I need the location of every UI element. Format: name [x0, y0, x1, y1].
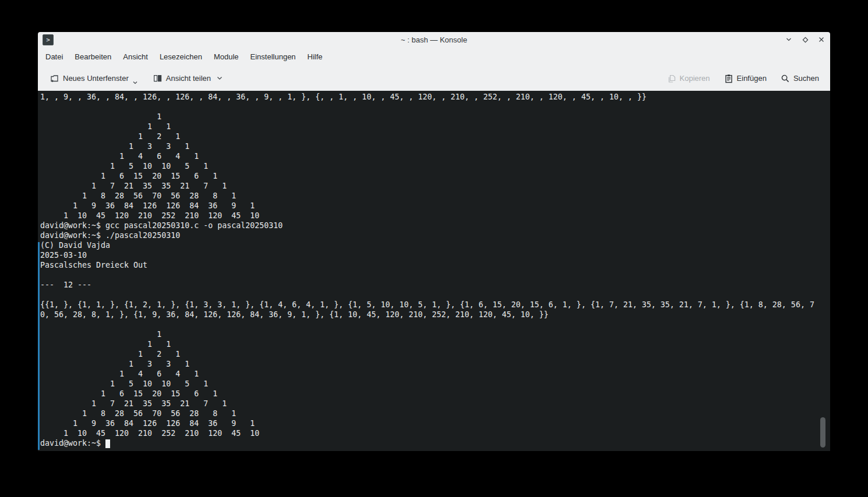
- paste-label: Einfügen: [737, 74, 767, 83]
- new-tab-label: Neues Unterfenster: [63, 74, 129, 83]
- terminal-line: 1 10 45 120 210 252 210 120 45 10: [40, 211, 830, 221]
- split-view-label: Ansicht teilen: [166, 74, 211, 83]
- scrollbar-thumb[interactable]: [820, 417, 825, 448]
- chevron-down-icon: [217, 76, 223, 80]
- menu-ansicht[interactable]: Ansicht: [117, 50, 154, 63]
- terminal-line: david@work:~$ ./pascal20250310: [40, 230, 830, 240]
- terminal-line: 1 6 15 20 15 6 1: [40, 389, 830, 399]
- terminal-line: david@work:~$ gcc pascal20250310.c -o pa…: [40, 221, 830, 230]
- menubar: Datei Bearbeiten Ansicht Lesezeichen Mod…: [38, 47, 830, 66]
- terminal-line: 1 2 1: [40, 349, 830, 359]
- terminal-output: 1, , 9, , 36, , 84, , 126, , 126, , 84, …: [38, 91, 830, 451]
- terminal-line: 1 1: [40, 122, 830, 132]
- search-button[interactable]: Suchen: [778, 71, 821, 86]
- terminal-line: 1 5 10 10 5 1: [40, 379, 830, 389]
- terminal[interactable]: 1, , 9, , 36, , 84, , 126, , 126, , 84, …: [38, 91, 830, 451]
- view-split-icon: [153, 73, 163, 83]
- paste-button[interactable]: Einfügen: [722, 71, 769, 86]
- terminal-line: 1 8 28 56 70 56 28 8 1: [40, 409, 830, 418]
- toolbar: Neues Unterfenster Ansicht teilen: [38, 66, 830, 91]
- terminal-line: [40, 320, 830, 329]
- menu-module[interactable]: Module: [208, 50, 245, 63]
- new-tab-button[interactable]: Neues Unterfenster: [47, 70, 140, 86]
- terminal-line: 1: [40, 329, 830, 339]
- titlebar: > ~ : bash — Konsole: [38, 32, 830, 47]
- tab-new-icon: [50, 73, 59, 83]
- window-title: ~ : bash — Konsole: [38, 36, 830, 44]
- konsole-app-icon[interactable]: >: [43, 34, 54, 45]
- terminal-line: [40, 102, 830, 112]
- maximize-icon[interactable]: [801, 36, 809, 44]
- shell-prompt: david@work:~$: [40, 439, 105, 448]
- search-icon: [781, 74, 790, 83]
- split-view-button[interactable]: Ansicht teilen: [150, 70, 225, 86]
- terminal-line: 1 2 1: [40, 132, 830, 141]
- terminal-line: 1 4 6 4 1: [40, 151, 830, 161]
- terminal-line: --- 12 ---: [40, 280, 830, 290]
- terminal-line: 1 5 10 10 5 1: [40, 161, 830, 171]
- search-label: Suchen: [793, 74, 819, 83]
- terminal-line: 1 3 3 1: [40, 141, 830, 151]
- close-icon[interactable]: [817, 36, 825, 44]
- menu-hilfe[interactable]: Hilfe: [302, 50, 329, 63]
- terminal-line: 1 10 45 120 210 252 210 120 45 10: [40, 428, 830, 438]
- terminal-cursor: [105, 439, 110, 448]
- copy-button[interactable]: Kopieren: [665, 71, 712, 86]
- terminal-line: [40, 290, 830, 300]
- clipboard-icon: [724, 74, 733, 83]
- terminal-line: Pascalsches Dreieck Out: [40, 260, 830, 270]
- konsole-window: > ~ : bash — Konsole Datei Bearbeiten An…: [38, 32, 830, 451]
- terminal-line: 1: [40, 112, 830, 122]
- terminal-prompt-line: david@work:~$: [40, 438, 830, 448]
- terminal-line: {{1, }, {1, 1, }, {1, 2, 1, }, {1, 3, 3,…: [40, 300, 830, 310]
- terminal-line: 1 1: [40, 339, 830, 349]
- copy-icon: [667, 74, 676, 83]
- terminal-line: 1 4 6 4 1: [40, 369, 830, 379]
- menu-bearbeiten[interactable]: Bearbeiten: [69, 50, 117, 63]
- terminal-line: (C) David Vajda: [40, 240, 830, 250]
- chevron-down-icon: [133, 81, 137, 84]
- copy-label: Kopieren: [680, 74, 710, 83]
- minimize-icon[interactable]: [785, 36, 793, 44]
- terminal-line: 1 6 15 20 15 6 1: [40, 171, 830, 181]
- terminal-line: 1 7 21 35 35 21 7 1: [40, 181, 830, 191]
- menu-datei[interactable]: Datei: [40, 50, 69, 63]
- menu-lesezeichen[interactable]: Lesezeichen: [154, 50, 208, 63]
- terminal-line: 1 3 3 1: [40, 359, 830, 369]
- window-controls: [785, 36, 825, 44]
- new-output-marker: [38, 242, 40, 450]
- terminal-line: 1 9 36 84 126 126 84 36 9 1: [40, 201, 830, 211]
- terminal-line: 1, , 9, , 36, , 84, , 126, , 126, , 84, …: [40, 92, 830, 102]
- menu-einstellungen[interactable]: Einstellungen: [245, 50, 302, 63]
- terminal-line: [40, 270, 830, 280]
- terminal-line: 2025-03-10: [40, 250, 830, 260]
- terminal-line: 1 9 36 84 126 126 84 36 9 1: [40, 418, 830, 428]
- terminal-line: 0, 56, 28, 8, 1, }, {1, 9, 36, 84, 126, …: [40, 310, 830, 320]
- terminal-line: 1 7 21 35 35 21 7 1: [40, 399, 830, 409]
- terminal-line: 1 8 28 56 70 56 28 8 1: [40, 191, 830, 201]
